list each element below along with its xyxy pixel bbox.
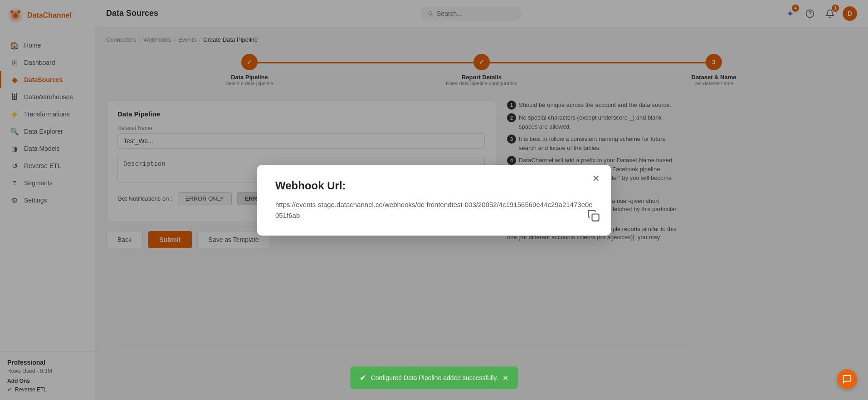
toast-message: Configured Data Pipeline added successfu… [371,374,498,381]
modal-url: https://events-stage.datachannel.co/webh… [275,199,593,221]
success-toast: ✔ Configured Data Pipeline added success… [351,366,518,389]
toast-check-icon: ✔ [360,373,366,383]
modal-title: Webhook Url: [275,179,593,192]
modal-overlay[interactable]: Webhook Url: https://events-stage.datach… [0,0,868,400]
chat-bubble-button[interactable] [837,369,857,389]
copy-button[interactable] [587,209,600,225]
toast-close-button[interactable]: ✕ [502,374,508,382]
copy-icon [587,209,600,222]
svg-rect-9 [592,214,599,221]
webhook-modal: Webhook Url: https://events-stage.datach… [257,165,611,236]
modal-close-button[interactable]: ✕ [592,174,600,183]
chat-icon [842,374,852,384]
